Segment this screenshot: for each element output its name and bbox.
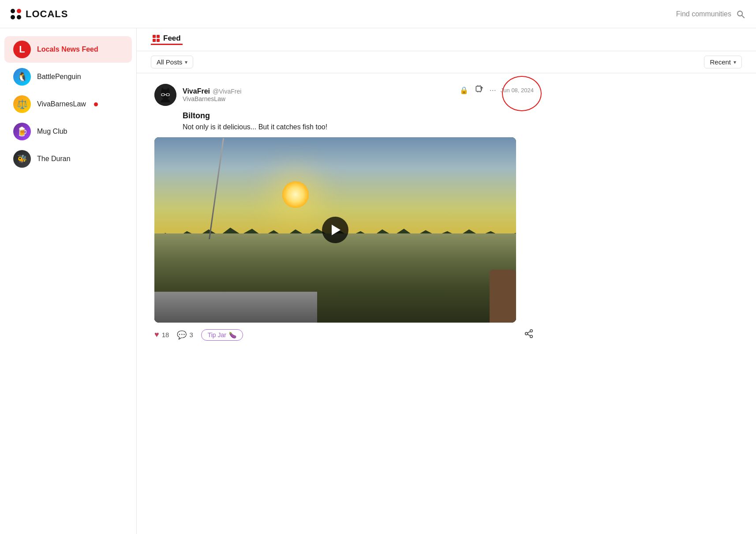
logo-dot-1 (11, 9, 15, 13)
tip-jar-icon: 🍆 (229, 331, 236, 338)
red-circle-annotation (502, 76, 542, 111)
video-sun (282, 181, 309, 208)
share-icon (524, 329, 534, 338)
all-posts-chevron: ▾ (185, 59, 187, 65)
tab-square-3 (153, 39, 156, 42)
post-body: Not only is it delicious... But it catch… (183, 123, 534, 131)
recent-sort-chevron: ▾ (734, 59, 736, 65)
sidebar: L Locals News Feed 🐧 BattlePenguin ⚖️ Vi… (0, 28, 137, 534)
avatar-mug-club: 🍺 (13, 123, 31, 140)
app-logo[interactable]: LOCALS (11, 8, 68, 20)
share-export-button[interactable] (473, 84, 485, 97)
avatar-icon-duran: 🐝 (17, 154, 27, 164)
lock-icon: 🔒 (460, 86, 468, 94)
comment-action[interactable]: 💬 3 (177, 330, 193, 340)
app-header: LOCALS Find communities (0, 0, 756, 28)
recent-sort-label: Recent (710, 58, 731, 66)
like-action[interactable]: ♥ 18 (154, 330, 169, 339)
play-button[interactable] (322, 217, 348, 243)
post-header: VivaFrei @VivaFrei VivaBarnesLaw 🔒 (154, 84, 534, 106)
comment-icon: 💬 (177, 330, 187, 340)
sidebar-item-label-viva-barnes-law: VivaBarnesLaw (37, 100, 86, 108)
post-author-handle: @VivaFrei (213, 88, 241, 95)
main-layout: L Locals News Feed 🐧 BattlePenguin ⚖️ Vi… (0, 28, 756, 534)
post-container: VivaFrei @VivaFrei VivaBarnesLaw 🔒 (137, 73, 756, 351)
play-triangle-icon (332, 225, 341, 235)
svg-rect-7 (476, 86, 481, 91)
avatar-the-duran: 🐝 (13, 150, 31, 168)
logo-dot-2 (17, 9, 21, 13)
sidebar-item-label-the-duran: The Duran (37, 155, 71, 163)
export-icon (475, 85, 483, 94)
main-content: Feed All Posts ▾ Recent ▾ (137, 28, 756, 534)
post-author-name: VivaFrei (183, 87, 210, 95)
find-communities-btn[interactable]: Find communities (676, 9, 745, 19)
filter-bar: All Posts ▾ Recent ▾ (137, 51, 756, 73)
post-community: VivaBarnesLaw (183, 95, 241, 102)
tip-jar-label: Tip Jar (208, 331, 226, 338)
sidebar-item-battle-penguin[interactable]: 🐧 BattlePenguin (4, 64, 132, 90)
tab-feed[interactable]: Feed (151, 34, 183, 45)
post-title: Biltong (183, 111, 534, 120)
feed-tab-label: Feed (163, 34, 181, 43)
avatar-viva-barnes-law: ⚖️ (13, 95, 31, 113)
post-card: VivaFrei @VivaFrei VivaBarnesLaw 🔒 (154, 84, 534, 341)
avatar-icon-vivabar: ⚖️ (17, 99, 28, 109)
svg-point-0 (737, 11, 742, 16)
svg-line-11 (528, 334, 530, 336)
sidebar-item-locals-news-feed[interactable]: L Locals News Feed (4, 36, 132, 63)
post-actions: ♥ 18 💬 3 Tip Jar 🍆 (154, 329, 534, 341)
logo-dot-4 (17, 15, 21, 19)
avatar-icon-battlep: 🐧 (17, 71, 28, 82)
like-count: 18 (162, 331, 169, 338)
sidebar-item-label-mug-club: Mug Club (37, 128, 67, 135)
more-options-button[interactable]: ··· (490, 86, 496, 95)
find-communities-label: Find communities (676, 10, 731, 18)
feed-tab-icon (153, 35, 160, 42)
post-author-avatar (154, 84, 176, 106)
post-author-info: VivaFrei @VivaFrei VivaBarnesLaw (183, 87, 241, 102)
svg-line-12 (528, 331, 530, 333)
feed-tabs: Feed (137, 28, 756, 51)
avatar-silhouette (154, 84, 176, 106)
logo-dots (11, 9, 21, 19)
sidebar-item-the-duran[interactable]: 🐝 The Duran (4, 146, 132, 172)
post-share-button[interactable] (524, 329, 534, 341)
sidebar-item-mug-club[interactable]: 🍺 Mug Club (4, 118, 132, 145)
post-meta-area: 🔒 ··· Jun 08, 2024 (460, 84, 534, 97)
avatar-icon-mugclub: 🍺 (17, 126, 28, 137)
post-video[interactable] (154, 137, 516, 323)
comment-count: 3 (189, 331, 193, 338)
recent-sort[interactable]: Recent ▾ (704, 56, 742, 68)
post-date: Jun 08, 2024 (501, 87, 534, 94)
svg-line-1 (742, 15, 744, 18)
heart-icon: ♥ (154, 330, 159, 339)
search-icon (736, 9, 745, 19)
sidebar-item-label-locals-news-feed: Locals News Feed (37, 45, 98, 53)
post-date-container: Jun 08, 2024 (501, 87, 534, 94)
all-posts-label: All Posts (157, 58, 182, 66)
logo-dot-3 (11, 15, 15, 19)
video-dock (154, 292, 317, 323)
sidebar-item-viva-barnes-law[interactable]: ⚖️ VivaBarnesLaw (4, 91, 132, 117)
sidebar-item-label-battle-penguin: BattlePenguin (37, 73, 81, 81)
tip-jar-button[interactable]: Tip Jar 🍆 (201, 329, 243, 341)
video-figure (490, 270, 516, 323)
avatar-battle-penguin: 🐧 (13, 68, 31, 86)
tab-square-2 (157, 35, 160, 38)
all-posts-filter[interactable]: All Posts ▾ (151, 56, 193, 68)
avatar-locals-news-feed: L (13, 41, 31, 58)
tab-square-4 (157, 39, 160, 42)
app-title: LOCALS (26, 8, 68, 20)
notification-dot-vivabar (94, 102, 98, 106)
post-author: VivaFrei @VivaFrei VivaBarnesLaw (154, 84, 241, 106)
tab-square-1 (153, 35, 156, 38)
